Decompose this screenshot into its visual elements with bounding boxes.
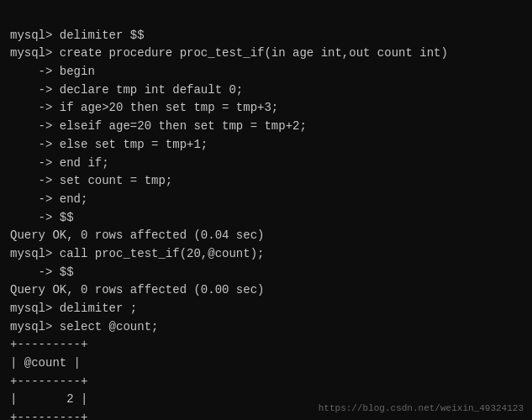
terminal-line: -> set count = tmp; — [10, 172, 522, 191]
terminal-line: mysql> create procedure proc_test_if(in … — [10, 45, 522, 63]
terminal-line: Query OK, 0 rows affected (0.00 sec) — [10, 281, 522, 300]
terminal-line: -> end if; — [10, 155, 522, 173]
terminal-line: mysql> call proc_test_if(20,@count); — [10, 245, 522, 264]
terminal-line: | @count | — [10, 354, 522, 373]
terminal-line: mysql> delimiter ; — [10, 300, 522, 318]
watermark: https://blog.csdn.net/weixin_49324123 — [319, 403, 524, 413]
terminal-line: -> end; — [10, 191, 522, 209]
terminal-line: +---------+ — [10, 336, 522, 354]
terminal-line: -> $$ — [10, 209, 522, 228]
terminal-output: mysql> delimiter $$mysql> create procedu… — [10, 8, 522, 420]
terminal-line: -> $$ — [10, 264, 522, 282]
terminal-line: +---------+ — [10, 373, 522, 391]
terminal-line: -> elseif age=20 then set tmp = tmp+2; — [10, 118, 522, 136]
terminal-line: -> begin — [10, 63, 522, 81]
terminal-line: -> declare tmp int default 0; — [10, 81, 522, 100]
terminal-line: mysql> select @count; — [10, 318, 522, 337]
terminal-line: mysql> delimiter $$ — [10, 27, 522, 45]
terminal-line: -> else set tmp = tmp+1; — [10, 136, 522, 155]
terminal-line: -> if age>20 then set tmp = tmp+3; — [10, 99, 522, 118]
terminal-line: Query OK, 0 rows affected (0.04 sec) — [10, 227, 522, 245]
